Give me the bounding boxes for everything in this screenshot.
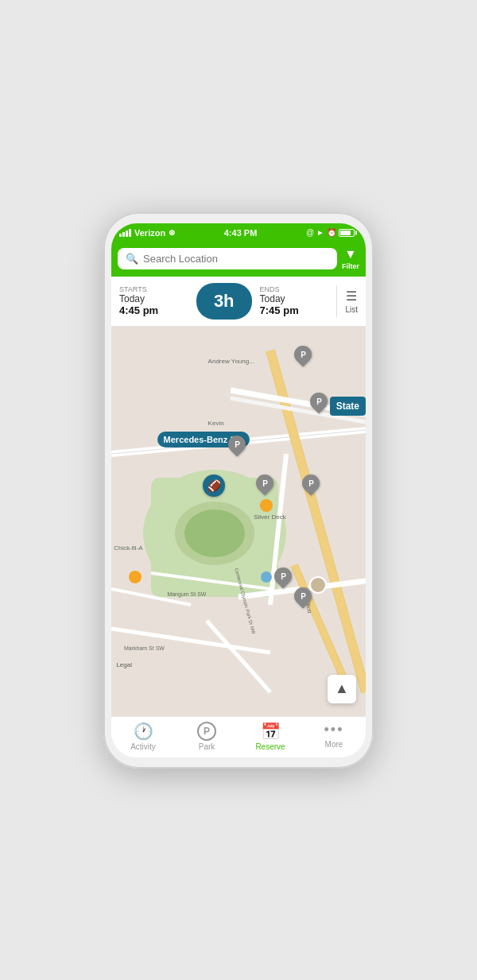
filter-button[interactable]: ▼ Filter — [342, 247, 359, 270]
poi-label-kevin: Kevin — [208, 420, 224, 427]
parking-p-5: P — [308, 478, 314, 487]
location-icon: ► — [316, 228, 324, 237]
parking-p-3: P — [235, 440, 240, 448]
parking-pin-1[interactable]: P — [294, 346, 312, 363]
phone-screen: Verizon ⊛ 4:43 PM @ ► ⏰ 🔍 ▼ Filter — [111, 223, 366, 757]
parking-pin-4[interactable]: P — [256, 475, 273, 492]
parking-p-4: P — [262, 478, 268, 487]
filter-icon: ▼ — [344, 247, 357, 261]
nav-item-reserve[interactable]: 📅 Reserve — [238, 722, 302, 751]
reserve-label: Reserve — [255, 742, 285, 751]
ends-day: Today — [260, 293, 329, 304]
duration-value: 3h — [214, 291, 235, 311]
parking-pin-5[interactable]: P — [302, 475, 320, 492]
at-icon: @ — [306, 228, 314, 237]
phone-frame: Verizon ⊛ 4:43 PM @ ► ⏰ 🔍 ▼ Filter — [103, 212, 374, 769]
search-input[interactable] — [143, 253, 329, 265]
svg-point-20 — [184, 509, 245, 557]
search-input-wrap[interactable]: 🔍 — [118, 248, 337, 269]
ends-time: 7:45 pm — [260, 304, 329, 316]
nav-item-park[interactable]: P Park — [175, 722, 238, 751]
parking-p-6: P — [280, 572, 285, 581]
park-label: Park — [199, 742, 215, 751]
venue-pin[interactable]: 🏈 — [203, 475, 225, 497]
svg-point-17 — [261, 571, 272, 583]
carrier-label: Verizon — [134, 228, 165, 238]
filter-label: Filter — [342, 262, 359, 270]
reserve-icon: 📅 — [261, 722, 281, 741]
bottom-nav: 🕐 Activity P Park 📅 Reserve ••• More — [111, 716, 366, 757]
parking-pin-6[interactable]: P — [274, 567, 292, 585]
duration-button[interactable]: 3h — [196, 283, 252, 320]
parking-pin-7[interactable]: P — [294, 587, 312, 605]
signal-icon — [119, 229, 131, 237]
nav-item-activity[interactable]: 🕐 Activity — [111, 722, 175, 751]
map-area[interactable]: Andrew Young... Silver Deck Kevin Chick-… — [111, 327, 366, 716]
road-label-silver-deck: Silver Deck — [254, 513, 285, 521]
parking-pin-2[interactable]: P — [310, 393, 328, 410]
time-divider — [336, 285, 337, 317]
venue-pin-icon: 🏈 — [207, 479, 221, 492]
parking-p-2: P — [316, 397, 321, 405]
alarm-icon: ⏰ — [327, 228, 336, 237]
status-left: Verizon ⊛ — [119, 228, 175, 238]
road-label-markham: Markham St SW — [124, 645, 165, 651]
state-badge[interactable]: State — [330, 397, 366, 416]
parking-pin-3[interactable]: P — [228, 436, 246, 453]
poi-label-chickfila: Chick-fil-A — [114, 544, 142, 552]
starts-day: Today — [119, 293, 188, 304]
compass-icon: ▲ — [335, 680, 349, 697]
list-label: List — [345, 305, 358, 314]
status-right: @ ► ⏰ — [306, 228, 355, 237]
ends-label: ENDS — [260, 285, 329, 293]
clock: 4:43 PM — [224, 228, 258, 238]
more-icon: ••• — [324, 722, 344, 738]
list-button[interactable]: ☰ List — [345, 289, 358, 314]
nav-item-more[interactable]: ••• More — [302, 722, 366, 751]
list-icon: ☰ — [346, 289, 357, 304]
park-icon: P — [197, 722, 216, 741]
more-label: More — [325, 740, 343, 749]
parking-p-1: P — [301, 351, 306, 359]
activity-icon: 🕐 — [134, 722, 153, 741]
search-icon: 🔍 — [126, 253, 138, 265]
ends-block: ENDS Today 7:45 pm — [260, 285, 329, 316]
status-bar: Verizon ⊛ 4:43 PM @ ► ⏰ — [111, 223, 366, 242]
map-container: Andrew Young... Silver Deck Kevin Chick-… — [111, 327, 366, 716]
wifi-icon: ⊛ — [169, 228, 175, 237]
map-svg — [111, 327, 366, 716]
road-label-andrew-young: Andrew Young... — [208, 358, 254, 365]
battery-icon — [339, 229, 355, 237]
time-bar: STARTS Today 4:45 pm 3h ENDS Today 7:45 … — [111, 277, 366, 327]
activity-label: Activity — [130, 742, 156, 751]
svg-point-18 — [310, 577, 326, 593]
compass-button[interactable]: ▲ — [328, 675, 356, 703]
svg-point-22 — [129, 571, 142, 583]
search-bar: 🔍 ▼ Filter — [111, 242, 366, 277]
starts-label: STARTS — [119, 285, 188, 293]
parking-p-7: P — [301, 591, 306, 600]
legal-text: Legal — [116, 661, 132, 668]
svg-point-21 — [260, 499, 273, 512]
starts-block: STARTS Today 4:45 pm — [119, 285, 188, 316]
road-label-mangum: Mangum St SW — [167, 591, 206, 597]
starts-time: 4:45 pm — [119, 304, 188, 316]
